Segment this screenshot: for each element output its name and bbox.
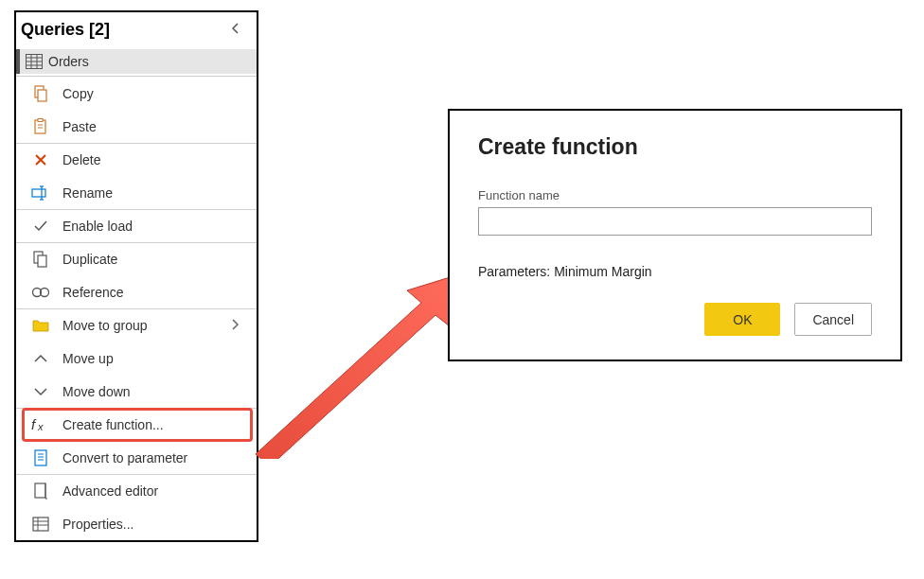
chevron-up-icon (30, 348, 51, 369)
svg-text:x: x (37, 421, 44, 432)
menu-label: Rename (62, 185, 257, 201)
dialog-title: Create function (478, 134, 872, 160)
menu-reference[interactable]: Reference (16, 275, 257, 308)
menu-label: Move up (62, 351, 257, 366)
chevron-down-icon (30, 381, 51, 402)
table-icon (26, 53, 43, 70)
query-item-orders[interactable]: Orders (16, 49, 257, 74)
menu-label: Properties... (62, 517, 257, 532)
menu-label: Advanced editor (62, 483, 257, 499)
menu-label: Reference (62, 285, 257, 300)
checkmark-icon (30, 216, 51, 237)
editor-icon (30, 481, 51, 501)
svg-rect-28 (35, 483, 45, 498)
panel-header: Queries [2] (16, 12, 257, 49)
svg-text:f: f (31, 417, 37, 432)
context-menu: Copy Paste Delete (16, 76, 257, 540)
create-function-dialog: Create function Function name Parameters… (448, 109, 902, 361)
rename-icon (30, 183, 51, 203)
panel-title: Queries [2] (21, 20, 110, 40)
folder-icon (30, 315, 51, 336)
menu-label: Move down (62, 384, 257, 399)
menu-paste[interactable]: Paste (16, 110, 257, 143)
query-label: Orders (48, 54, 89, 69)
fx-icon: f x (30, 414, 51, 435)
cancel-button[interactable]: Cancel (794, 303, 872, 336)
svg-rect-29 (33, 518, 48, 531)
delete-icon (30, 149, 51, 170)
menu-label: Convert to parameter (62, 450, 257, 465)
function-name-input[interactable] (478, 207, 872, 236)
ok-button[interactable]: OK (704, 303, 780, 336)
menu-delete[interactable]: Delete (16, 143, 257, 176)
menu-advanced-editor[interactable]: Advanced editor (16, 474, 257, 507)
svg-rect-19 (38, 255, 46, 267)
menu-label: Enable load (62, 219, 257, 234)
chevron-left-icon[interactable] (224, 20, 247, 40)
menu-create-function[interactable]: f x Create function... (16, 408, 257, 441)
svg-rect-8 (35, 120, 45, 133)
menu-move-to-group[interactable]: Move to group (16, 308, 257, 342)
svg-rect-9 (38, 118, 43, 121)
paste-icon (30, 116, 51, 137)
menu-convert-to-parameter[interactable]: Convert to parameter (16, 441, 257, 474)
svg-rect-24 (35, 450, 46, 465)
chevron-right-icon (230, 317, 240, 334)
arrow-annotation (246, 270, 464, 459)
reference-icon (30, 282, 51, 303)
parameter-icon (30, 447, 51, 468)
function-name-label: Function name (478, 188, 872, 202)
svg-rect-14 (32, 189, 45, 197)
menu-duplicate[interactable]: Duplicate (16, 242, 257, 275)
menu-label: Delete (62, 152, 257, 167)
menu-move-up[interactable]: Move up (16, 342, 257, 375)
menu-copy[interactable]: Copy (16, 77, 257, 110)
menu-label: Copy (62, 86, 257, 101)
menu-rename[interactable]: Rename (16, 176, 257, 209)
properties-icon (30, 514, 51, 535)
svg-rect-7 (38, 90, 46, 101)
menu-move-down[interactable]: Move down (16, 375, 257, 408)
parameters-text: Parameters: Minimum Margin (478, 264, 872, 279)
duplicate-icon (30, 249, 51, 270)
menu-label: Duplicate (62, 252, 257, 267)
menu-properties[interactable]: Properties... (16, 507, 257, 540)
queries-panel: Queries [2] Orders Co (14, 10, 258, 542)
menu-enable-load[interactable]: Enable load (16, 209, 257, 242)
menu-label: Paste (62, 119, 257, 134)
copy-icon (30, 83, 51, 104)
dialog-buttons: OK Cancel (478, 303, 872, 336)
menu-label: Move to group (62, 318, 219, 333)
menu-label: Create function... (62, 417, 257, 432)
